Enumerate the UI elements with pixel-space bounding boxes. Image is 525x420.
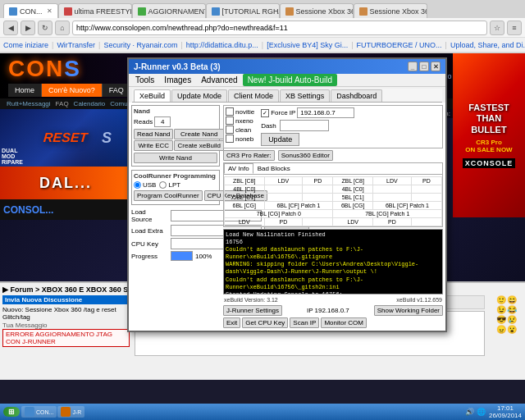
tab-label: ultima FREESTYLE DES... <box>75 7 132 16</box>
tab-consolopen[interactable]: CON... ✕ <box>3 3 58 18</box>
settings-btn[interactable]: ≡ <box>507 21 522 35</box>
monitor-com-btn[interactable]: Monitor COM <box>321 317 367 328</box>
novitie-checkbox[interactable] <box>226 107 234 116</box>
nand-info-section: AV Info Bad Blocks ZBL [C8] LDV PD ZBL [… <box>223 162 443 227</box>
version-row: xeBuild Version: 3.12 xeBuild v1.12.659 <box>223 296 443 304</box>
home-btn[interactable]: ⌂ <box>55 21 70 35</box>
nand-info-table: ZBL [C8] LDV PD ZBL [C8] LDV PD 4BL [C0]… <box>224 176 442 226</box>
bad-blocks-tab[interactable]: Bad Blocks <box>253 163 294 174</box>
reads-label: Reads <box>134 118 153 126</box>
progress-row: Progress 100% <box>131 251 220 261</box>
emoji-surprised[interactable]: 😮 <box>507 325 517 334</box>
emoji-wink[interactable]: 😉 <box>496 305 506 314</box>
taskbar-item-jrunner[interactable]: J-R <box>57 406 84 418</box>
breadcrumb-calendario[interactable]: Calendario <box>74 100 106 107</box>
tab-aggiornamento[interactable]: AGGIORNAMENTO R... ✕ <box>132 3 206 18</box>
update-btn[interactable]: Update <box>261 133 299 146</box>
radio-lpt[interactable]: LPT <box>159 181 180 189</box>
clean-checkbox[interactable] <box>226 126 234 134</box>
star-btn[interactable]: ☆ <box>490 21 504 35</box>
menu-images[interactable]: Images <box>159 74 196 86</box>
get-cpu-btn[interactable]: Get CPU Key <box>242 317 288 328</box>
forward-btn[interactable]: ▶ <box>21 21 35 35</box>
menu-advanced[interactable]: Advanced <box>196 74 242 86</box>
av-info-tab[interactable]: AV Info <box>224 163 253 174</box>
noneb-label: noneb <box>235 135 253 143</box>
write-ecc-btn[interactable]: Write ECC <box>134 140 173 151</box>
start-button[interactable]: ⊞ <box>3 407 20 417</box>
noneb-checkbox[interactable] <box>226 135 234 143</box>
taskbar-items: CON... J-R <box>21 406 84 418</box>
read-nand-btn[interactable]: Read Nand <box>134 129 173 139</box>
bookmark-come-iniziare[interactable]: Come iniziare <box>3 41 48 49</box>
emoji-laugh[interactable]: 😂 <box>507 305 517 314</box>
checkbox-nxeno[interactable]: nxeno <box>226 116 254 125</box>
emoji-angry[interactable]: 😠 <box>496 325 506 334</box>
tab-tutorial[interactable]: [TUTORIAL RGH/JTA... ✕ <box>206 3 280 18</box>
refresh-btn[interactable]: ↻ <box>38 21 52 35</box>
cell-4bl-b: 4BL [C0] <box>333 185 373 194</box>
tab-label: CON... <box>20 7 43 16</box>
force-ip-checkbox[interactable] <box>261 109 269 117</box>
tab-client-mode[interactable]: Client Mode <box>228 89 279 102</box>
cell-5bl: 5BL [C1] <box>225 194 265 202</box>
tab-xebuild[interactable]: XeBuild <box>134 89 171 102</box>
scan-ip-btn[interactable]: Scan IP <box>290 317 319 328</box>
tab-dashboard[interactable]: Dashdboard <box>331 89 382 102</box>
breadcrumb-forum[interactable]: Rutt+Messaggi <box>7 100 51 107</box>
minimize-btn[interactable]: _ <box>408 62 418 71</box>
maximize-btn[interactable]: □ <box>419 62 429 71</box>
taskbar-item-browser[interactable]: CON... <box>21 406 57 418</box>
emoji-cool[interactable]: 😎 <box>496 315 506 324</box>
tab-label: Sessione Xbox 360 /targ... <box>296 7 354 16</box>
progress-fill <box>171 252 192 260</box>
bookmark-upload[interactable]: Upload, Share, and Di... <box>450 41 525 49</box>
create-nand-btn[interactable]: Create Nand <box>174 129 223 139</box>
nav-cosa-nuovo[interactable]: Con'è Nuovo? <box>42 84 103 97</box>
tray-icon-2: 🌐 <box>477 408 486 416</box>
tab-close-btn[interactable]: ✕ <box>47 7 52 15</box>
bookmark-didattica[interactable]: http://didattica.ditu.p... <box>186 41 258 49</box>
close-btn[interactable]: ✕ <box>431 62 441 71</box>
jrunner-title: J-Runner v0.3 Beta (3) <box>134 62 221 71</box>
bookmark-exclusive[interactable]: [Exclusive BY4] Sky Gi... <box>267 41 348 49</box>
tab-update-mode[interactable]: Update Mode <box>171 89 227 102</box>
dash-input[interactable] <box>280 120 329 131</box>
tab-freestyle[interactable]: ultima FREESTYLE DES... ✕ <box>58 3 132 18</box>
jrunner-window: J-Runner v0.3 Beta (3) _ □ ✕ Tools Image… <box>127 57 447 332</box>
exit-btn[interactable]: Exit <box>223 317 240 328</box>
checkbox-noneb[interactable]: noneb <box>226 135 254 143</box>
emoji-smile[interactable]: 🙂 <box>496 295 506 304</box>
jrunner-task-label: J-R <box>72 409 81 415</box>
jrunner-settings-btn[interactable]: J-Runner Settings <box>223 305 282 316</box>
radio-usb[interactable]: USB <box>134 181 156 189</box>
program-coolrunner-btn[interactable]: Program CoolRunner <box>134 190 203 201</box>
tab-xb-settings[interactable]: XB Settings <box>280 89 330 102</box>
sonus-btn[interactable]: Sonus360 Editor <box>278 150 333 161</box>
menu-new-build[interactable]: New! J-build Auto-Build <box>243 74 337 86</box>
menu-tools[interactable]: Tools <box>130 74 159 86</box>
emoji-grin[interactable]: 😄 <box>507 295 517 304</box>
bookmark-security[interactable]: Security · Ryanair.com <box>103 41 177 49</box>
url-bar[interactable]: http://www.consolopen.com/newthread.php?… <box>72 21 487 35</box>
write-nand-btn[interactable]: Write Nand <box>134 153 217 163</box>
tab-sessione2[interactable]: Sessione Xbox 360 /targ... ✕ <box>354 3 427 18</box>
emoji-sad[interactable]: 😢 <box>507 315 517 324</box>
progress-label: Progress <box>131 253 168 260</box>
cr3-btn[interactable]: CR3 Pro Rater: <box>223 150 275 161</box>
bookmark-futurbo[interactable]: FUTURBOERGE / UNO... <box>357 41 442 49</box>
table-row: 6BL [CG] 6BL [CF] Patch 1 6BL [CG] 6BL [… <box>225 202 442 210</box>
checkbox-novitie[interactable]: novitie <box>226 107 254 116</box>
ip-display: IP <box>307 307 313 314</box>
back-btn[interactable]: ◀ <box>3 21 18 35</box>
show-working-btn[interactable]: Show Working Folder <box>374 305 443 316</box>
create-xebuild-btn[interactable]: Create xeBuild <box>174 140 223 151</box>
bookmark-wir[interactable]: WirTransfer <box>57 41 95 49</box>
tab-sessione1[interactable]: Sessione Xbox 360 /targ... ✕ <box>280 3 354 18</box>
checkbox-clean[interactable]: clean <box>226 126 254 134</box>
nxeno-checkbox[interactable] <box>226 116 234 125</box>
nav-home[interactable]: Home <box>8 84 42 97</box>
tab-label: AGGIORNAMENTO R... <box>148 7 206 16</box>
cell-empty4 <box>411 185 441 194</box>
ip-input[interactable] <box>297 107 354 118</box>
